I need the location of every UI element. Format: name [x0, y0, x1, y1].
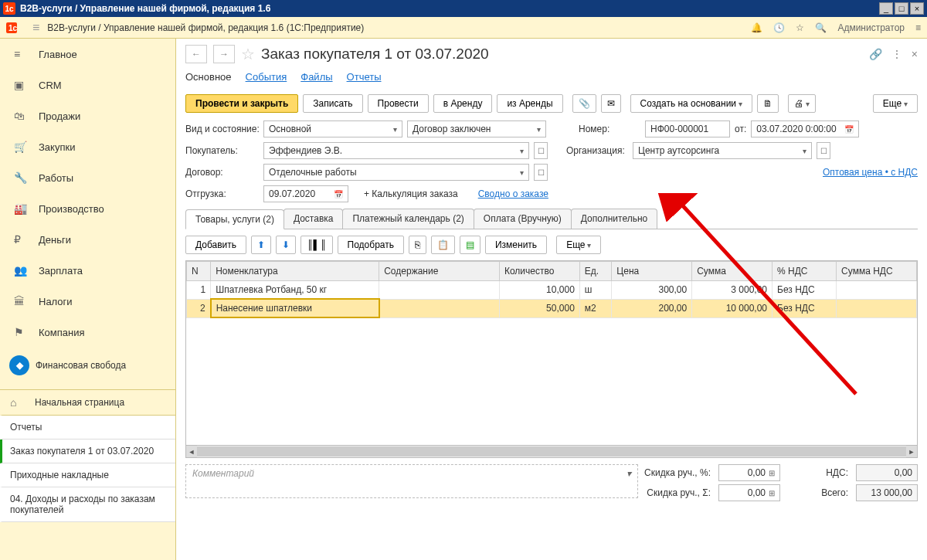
more-icon[interactable]: ⋮ — [891, 48, 902, 60]
close-window-button[interactable]: × — [910, 2, 924, 15]
totals-block: Скидка руч., %: 0,00⊞ НДС: 0,00 Скидка р… — [644, 464, 918, 501]
move-down-button[interactable]: ⬇ — [276, 236, 296, 254]
bell-icon[interactable]: 🔔 — [751, 22, 762, 33]
post-button[interactable]: Провести — [368, 94, 429, 113]
buyer-open-button[interactable]: ☐ — [534, 142, 548, 159]
favorite-star[interactable]: ☆ — [241, 45, 255, 63]
col-header[interactable]: Цена — [612, 262, 692, 281]
org-input[interactable]: Центр аутсорсинга▾ — [633, 142, 812, 159]
col-header[interactable]: Номенклатура — [211, 262, 379, 281]
save-button[interactable]: Записать — [303, 94, 362, 113]
copy-button[interactable]: ⎘ — [409, 236, 426, 254]
paste-button[interactable]: 📋 — [431, 236, 455, 254]
tab-delivery[interactable]: Доставка — [284, 209, 344, 229]
window-title: B2B-услуги / Управление нашей фирмой, ре… — [20, 3, 878, 14]
sidebar-item-6[interactable]: ₽Деньги — [0, 224, 175, 255]
table-row[interactable]: 2Нанесение шпатлевки50,000м2200,0010 000… — [187, 299, 917, 317]
number-input[interactable]: НФ00-000001 — [645, 120, 730, 137]
sidebar-open-0[interactable]: ⌂Начальная страница — [0, 390, 175, 416]
print-button[interactable]: 🖨 — [788, 94, 816, 113]
tab-payment[interactable]: Оплата (Вручную) — [474, 209, 572, 229]
menu-icon[interactable]: ≡ — [32, 21, 39, 35]
sidebar-open-4[interactable]: 04. Доходы и расходы по заказам покупате… — [0, 487, 175, 522]
sidebar-item-7[interactable]: 👥Зарплата — [0, 255, 175, 286]
history-icon[interactable]: 🕓 — [773, 22, 785, 33]
scroll-left-icon[interactable]: ◄ — [186, 446, 197, 457]
star-icon[interactable]: ☆ — [796, 22, 804, 33]
contract-open-button[interactable]: ☐ — [534, 164, 548, 181]
buyer-input[interactable]: Эффендиев Э.В.▾ — [263, 142, 529, 159]
table-more-button[interactable]: Еще — [556, 236, 601, 254]
comment-input[interactable]: Комментарий ▾ — [185, 464, 638, 498]
disc-pct-input[interactable]: 0,00⊞ — [718, 464, 780, 481]
barcode-button[interactable]: ║▌║ — [301, 236, 333, 254]
move-up-button[interactable]: ⬆ — [251, 236, 271, 254]
report-button[interactable]: 🗎 — [757, 94, 779, 113]
email-button[interactable]: ✉ — [601, 94, 621, 113]
create-based-button[interactable]: Создать на основании — [630, 94, 752, 113]
nav-forward-button[interactable]: → — [213, 45, 235, 63]
table-row[interactable]: 1Шпатлевка Ротбанд, 50 кг10,000ш300,003 … — [187, 281, 917, 300]
more-actions-button[interactable]: Еще — [873, 94, 918, 113]
sidebar-item-8[interactable]: 🏛Налоги — [0, 286, 175, 317]
shipment-date-input[interactable]: 09.07.2020📅 — [263, 185, 348, 202]
close-tab-button[interactable]: × — [912, 48, 918, 60]
type-input[interactable]: Основной▾ — [263, 120, 402, 137]
items-table[interactable]: NНоменклатураСодержаниеКоличествоЕд.Цена… — [185, 260, 918, 446]
col-header[interactable]: Содержание — [379, 262, 500, 281]
sub-tab-files[interactable]: Файлы — [301, 71, 332, 83]
scroll-right-icon[interactable]: ► — [906, 446, 917, 457]
tab-payment-calendar[interactable]: Платежный календарь (2) — [342, 209, 474, 229]
fill-button[interactable]: ▤ — [460, 236, 480, 254]
org-open-button[interactable]: ☐ — [817, 142, 830, 159]
horizontal-scrollbar[interactable]: ◄ ► — [185, 446, 918, 458]
sub-tab-main[interactable]: Основное — [185, 71, 232, 83]
add-row-button[interactable]: Добавить — [185, 236, 246, 254]
sub-tab-events[interactable]: События — [246, 71, 287, 83]
edit-button[interactable]: Изменить — [485, 236, 547, 254]
select-items-button[interactable]: Подобрать — [338, 236, 404, 254]
sidebar-label: Продажи — [39, 110, 80, 122]
settings-icon[interactable]: ≡ — [915, 22, 921, 33]
summary-link[interactable]: Сводно о заказе — [478, 188, 548, 199]
post-close-button[interactable]: Провести и закрыть — [185, 94, 298, 113]
sidebar-open-1[interactable]: Отчеты — [0, 416, 175, 440]
col-header[interactable]: Сумма НДС — [837, 262, 917, 281]
sidebar-item-9[interactable]: ⚑Компания — [0, 317, 175, 348]
to-rent-button[interactable]: в Аренду — [433, 94, 493, 113]
minimize-button[interactable]: _ — [879, 2, 893, 15]
tab-additional[interactable]: Дополнительно — [571, 209, 657, 229]
col-header[interactable]: Количество — [499, 262, 579, 281]
from-rent-button[interactable]: из Аренды — [497, 94, 562, 113]
attachment-button[interactable]: 📎 — [572, 94, 596, 113]
state-input[interactable]: Договор заключен▾ — [407, 120, 546, 137]
sub-tab-reports[interactable]: Отчеты — [347, 71, 382, 83]
type-state-label: Вид и состояние: — [185, 124, 259, 134]
col-header[interactable]: Сумма — [692, 262, 772, 281]
date-input[interactable]: 03.07.2020 0:00:00📅 — [751, 120, 859, 137]
sidebar-open-2[interactable]: Заказ покупателя 1 от 03.07.2020 — [0, 440, 175, 463]
search-icon[interactable]: 🔍 — [815, 22, 827, 33]
user-label[interactable]: Администратор — [837, 22, 905, 33]
col-header[interactable]: Ед. — [579, 262, 612, 281]
restore-button[interactable]: □ — [895, 2, 908, 15]
nav-back-button[interactable]: ← — [185, 45, 207, 63]
link-icon[interactable]: 🔗 — [869, 48, 882, 60]
tab-goods[interactable]: Товары, услуги (2) — [185, 209, 284, 229]
sidebar-item-1[interactable]: ▣CRM — [0, 70, 175, 100]
scroll-thumb[interactable] — [197, 446, 906, 456]
disc-sum-input[interactable]: 0,00⊞ — [718, 484, 780, 501]
sidebar-item-4[interactable]: 🔧Работы — [0, 162, 175, 193]
price-type-link[interactable]: Оптовая цена • с НДС — [823, 167, 918, 178]
sidebar-item-2[interactable]: 🛍Продажи — [0, 100, 175, 131]
calc-link[interactable]: + Калькуляция заказа — [364, 188, 458, 199]
comment-expand-icon[interactable]: ▾ — [626, 468, 631, 479]
sidebar-item-3[interactable]: 🛒Закупки — [0, 131, 175, 162]
sidebar-financial-freedom[interactable]: ◆ Финансовая свобода — [0, 348, 175, 383]
col-header[interactable]: % НДС — [772, 262, 837, 281]
sidebar-open-3[interactable]: Приходные накладные — [0, 463, 175, 487]
contract-input[interactable]: Отделочные работы▾ — [263, 164, 529, 181]
sidebar-item-0[interactable]: ≡Главное — [0, 39, 175, 70]
col-header[interactable]: N — [187, 262, 211, 281]
sidebar-item-5[interactable]: 🏭Производство — [0, 193, 175, 224]
